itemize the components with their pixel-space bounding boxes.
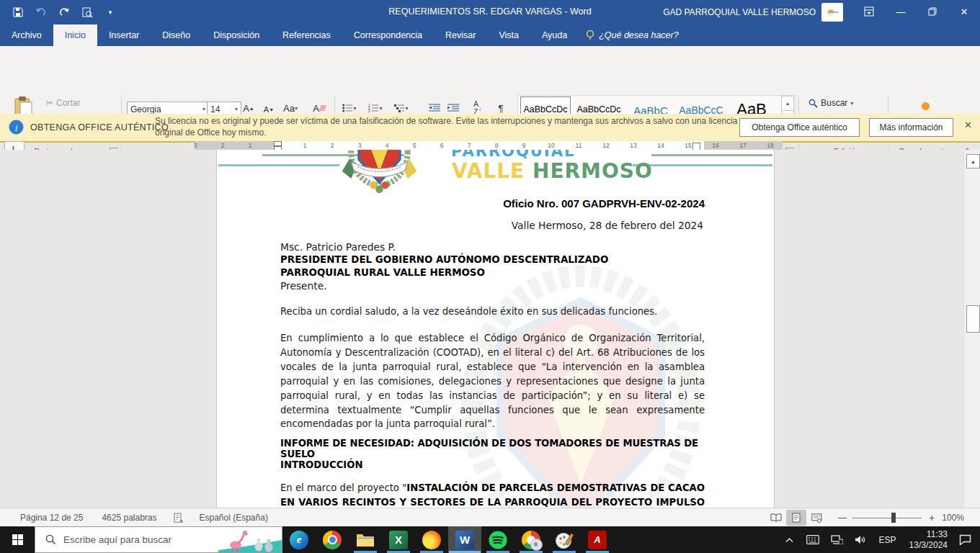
- addressee-title-1: PRESIDENTE DEL GOBIERNO AUTÓNOMO DESCENT…: [280, 254, 608, 265]
- document-page[interactable]: PARROQUIAL VALLE HERMOSO Oficio Nro. 007…: [216, 150, 775, 508]
- minimize-button[interactable]: —: [885, 0, 917, 23]
- tab-disposicion[interactable]: Disposición: [202, 24, 271, 46]
- multilevel-list-button[interactable]: ▾: [393, 101, 409, 115]
- get-genuine-office-button[interactable]: Obtenga Office auténtico: [739, 118, 860, 137]
- first-line-indent-marker[interactable]: [274, 141, 282, 146]
- scroll-up-arrow[interactable]: ▲: [966, 154, 980, 168]
- print-preview-icon[interactable]: [79, 5, 95, 19]
- close-button[interactable]: ✕: [948, 0, 980, 23]
- addressee-title-2: PARROQUIAL RURAL VALLE HERMOSO: [280, 267, 485, 278]
- taskbar-file-explorer[interactable]: [349, 526, 382, 553]
- show-paragraph-marks-button[interactable]: ¶: [493, 101, 509, 115]
- logo-valle: VALLE: [452, 159, 525, 183]
- taskbar-firefox[interactable]: [415, 526, 448, 553]
- read-mode-icon[interactable]: [766, 510, 786, 526]
- search-icon: [808, 99, 818, 108]
- license-warning-bar: i OBTENGA OFFICE AUTÉNTICO Su licencia n…: [0, 114, 980, 143]
- vertical-scrollbar[interactable]: ▲: [963, 150, 980, 508]
- page-indicator[interactable]: Página 12 de 25: [20, 513, 83, 523]
- clear-formatting-button[interactable]: A: [311, 101, 327, 115]
- letter-date: Valle Hermoso, 28 de febrero del 2024: [280, 220, 703, 231]
- info-icon: i: [9, 120, 24, 135]
- increase-indent-button[interactable]: [445, 101, 461, 115]
- proofing-icon[interactable]: x: [174, 513, 184, 523]
- logo-valle-hermoso: VALLE HERMOSO: [452, 159, 653, 183]
- network-icon[interactable]: [831, 535, 843, 544]
- decrease-indent-button[interactable]: [427, 101, 442, 115]
- taskbar-paint[interactable]: [548, 526, 581, 553]
- redo-icon[interactable]: [56, 5, 72, 19]
- language-indicator[interactable]: Español (España): [199, 513, 267, 523]
- save-icon[interactable]: [10, 5, 26, 19]
- body-paragraph-1: En cumplimiento a lo que establece el Có…: [280, 331, 705, 431]
- ribbon-display-options-icon[interactable]: [853, 0, 885, 23]
- change-case-button[interactable]: Aa▾: [282, 101, 298, 115]
- tab-diseno[interactable]: Diseño: [151, 24, 202, 46]
- tray-chevron-icon[interactable]: [785, 537, 793, 543]
- restore-button[interactable]: [917, 0, 948, 23]
- tab-revisar[interactable]: Revisar: [434, 24, 487, 46]
- header-line-sage-right: [651, 154, 772, 156]
- tab-inicio[interactable]: Inicio: [53, 24, 97, 46]
- scissors-icon: ✂: [46, 98, 53, 108]
- oficio-number: Oficio Nro. 007 GADPRVH-ENV-02-2024: [280, 197, 705, 210]
- web-layout-icon[interactable]: [806, 510, 827, 526]
- ribbon: Pegar ▾ ✂Cortar Copiar Copiar formato Po…: [0, 46, 980, 114]
- tab-insertar[interactable]: Insertar: [97, 24, 151, 46]
- heading-introduccion: INTRODUCCIÓN: [280, 459, 362, 470]
- warning-close-icon[interactable]: ✕: [964, 120, 972, 130]
- more-info-button[interactable]: Más información: [869, 118, 953, 137]
- zoom-slider[interactable]: [852, 510, 922, 526]
- scrollbar-thumb[interactable]: [966, 305, 980, 333]
- search-icon: [45, 534, 56, 545]
- word-count[interactable]: 4625 palabras: [102, 513, 156, 523]
- taskbar-chrome-profile[interactable]: [514, 526, 548, 553]
- taskbar-excel[interactable]: X: [382, 526, 415, 553]
- zoom-in-icon[interactable]: +: [929, 512, 935, 523]
- avatar[interactable]: [821, 3, 843, 22]
- zoom-out-icon[interactable]: —: [838, 513, 847, 523]
- svg-text:3: 3: [368, 109, 370, 112]
- styles-scroll-up[interactable]: ▲: [781, 96, 794, 111]
- touch-keyboard-icon[interactable]: [806, 535, 819, 544]
- taskbar-word-active[interactable]: W: [448, 526, 481, 553]
- undo-icon[interactable]: [33, 5, 49, 19]
- action-center-icon[interactable]: [959, 534, 971, 545]
- zoom-slider-thumb[interactable]: [891, 513, 896, 523]
- tab-referencias[interactable]: Referencias: [271, 24, 342, 46]
- logo-hermoso: HERMOSO: [533, 159, 653, 183]
- tab-vista[interactable]: Vista: [487, 24, 530, 46]
- customize-qat-icon[interactable]: ▾: [102, 5, 118, 19]
- language-esp[interactable]: ESP: [879, 535, 896, 545]
- logo-parroquial: PARROQUIAL: [451, 150, 575, 160]
- account-name[interactable]: GAD PARROQUIAL VALLE HERMOSO: [663, 7, 816, 17]
- grow-font-button[interactable]: A▲: [241, 101, 257, 115]
- tell-me-box[interactable]: ¿Qué desea hacer?: [594, 24, 679, 46]
- numbering-button[interactable]: 123▾: [368, 101, 383, 115]
- clock[interactable]: 11:33 13/3/2024: [909, 529, 948, 551]
- bullets-button[interactable]: ▾: [342, 101, 357, 115]
- zoom-level[interactable]: 100%: [942, 513, 964, 523]
- warning-message-line2: original de Office hoy mismo.: [155, 127, 267, 138]
- tab-ayuda[interactable]: Ayuda: [530, 24, 579, 46]
- addressee-present: Presente.: [280, 280, 327, 292]
- volume-icon[interactable]: [855, 535, 866, 544]
- logo-crest: [338, 150, 421, 195]
- find-button[interactable]: Buscar▾: [808, 98, 853, 108]
- addressee-name: Msc. Patricio Paredes P.: [280, 241, 396, 253]
- svg-text:i: i: [15, 122, 18, 133]
- header-line-teal-right: [633, 164, 772, 166]
- taskbar-edge[interactable]: e: [282, 526, 316, 553]
- tab-correspondencia[interactable]: Correspondencia: [342, 24, 434, 46]
- taskbar-chrome[interactable]: [316, 526, 349, 553]
- print-layout-icon[interactable]: [786, 510, 806, 526]
- warning-badge: OBTENGA OFFICE AUTÉNTICO: [30, 122, 169, 132]
- taskbar-spotify[interactable]: [481, 526, 514, 553]
- clock-time: 11:33: [927, 529, 948, 539]
- tab-archivo[interactable]: Archivo: [0, 24, 53, 46]
- cut-button[interactable]: ✂Cortar: [46, 98, 80, 108]
- taskbar-search[interactable]: Escribe aquí para buscar: [35, 526, 282, 553]
- start-button[interactable]: [0, 526, 35, 553]
- taskbar-acrobat[interactable]: A: [581, 526, 614, 553]
- sort-button[interactable]: AZ↓: [470, 101, 486, 115]
